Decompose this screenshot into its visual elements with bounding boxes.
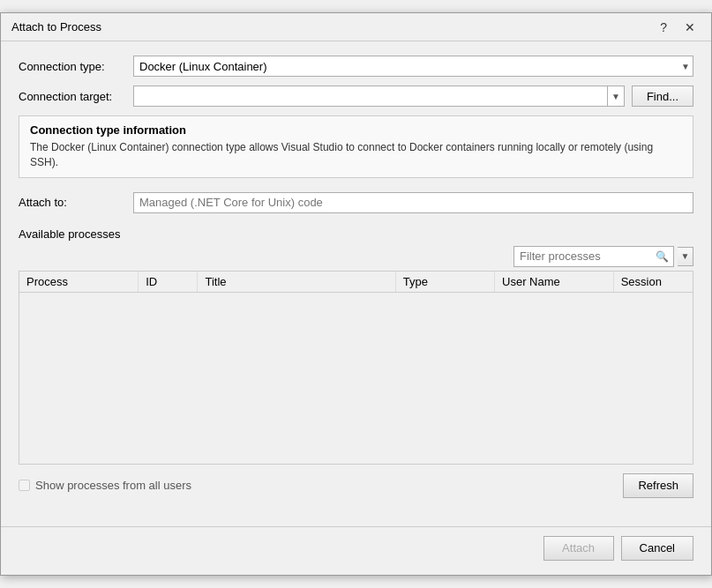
filter-row: 🔍 ▼ (19, 246, 693, 267)
title-bar-controls: ? ✕ (655, 19, 701, 35)
process-table: Process ID Title Type User Name Session (19, 272, 693, 293)
info-box-title: Connection type information (30, 123, 682, 137)
attach-to-process-dialog: Attach to Process ? ✕ Connection type: D… (0, 12, 712, 576)
cancel-button[interactable]: Cancel (621, 536, 693, 561)
filter-dropdown-button[interactable]: ▼ (678, 247, 693, 266)
connection-type-control: Docker (Linux Container) ▼ (133, 56, 693, 77)
dialog-title: Attach to Process (11, 20, 101, 33)
title-bar: Attach to Process ? ✕ (1, 13, 711, 41)
connection-target-input[interactable] (134, 86, 607, 106)
table-header-row: Process ID Title Type User Name Session (19, 272, 693, 293)
help-button[interactable]: ? (655, 19, 672, 35)
attach-button[interactable]: Attach (543, 536, 614, 561)
connection-type-select[interactable]: Docker (Linux Container) (133, 56, 693, 77)
info-box-text: The Docker (Linux Container) connection … (30, 140, 682, 170)
bottom-row: Show processes from all users Refresh (19, 473, 693, 498)
filter-input[interactable] (513, 246, 674, 267)
attach-to-input[interactable] (133, 192, 693, 213)
dialog-body: Connection type: Docker (Linux Container… (1, 41, 711, 526)
col-type[interactable]: Type (395, 272, 494, 293)
connection-target-label: Connection target: (19, 90, 133, 103)
show-all-users-text: Show processes from all users (35, 479, 191, 492)
close-button[interactable]: ✕ (679, 19, 701, 35)
available-processes-label: Available processes (19, 227, 693, 241)
col-id[interactable]: ID (139, 272, 198, 293)
connection-type-label: Connection type: (19, 60, 133, 73)
connection-target-control: ▼ Find... (133, 86, 693, 107)
attach-to-label: Attach to: (19, 196, 133, 209)
process-table-container[interactable]: Process ID Title Type User Name Session (19, 271, 693, 465)
col-title[interactable]: Title (198, 272, 395, 293)
attach-to-row: Attach to: (19, 192, 693, 213)
dialog-footer: Attach Cancel (1, 526, 711, 575)
find-button[interactable]: Find... (632, 86, 693, 107)
col-session[interactable]: Session (613, 272, 693, 293)
refresh-button[interactable]: Refresh (623, 473, 693, 498)
connection-target-dropdown-btn[interactable]: ▼ (607, 86, 624, 106)
col-process[interactable]: Process (19, 272, 139, 293)
filter-input-wrapper: 🔍 (513, 246, 674, 267)
show-all-users-checkbox[interactable] (19, 480, 30, 491)
connection-type-row: Connection type: Docker (Linux Container… (19, 56, 693, 77)
show-all-users-label[interactable]: Show processes from all users (19, 479, 191, 492)
col-username[interactable]: User Name (495, 272, 614, 293)
connection-target-input-wrapper: ▼ (133, 86, 625, 107)
connection-type-select-wrapper: Docker (Linux Container) ▼ (133, 56, 693, 77)
connection-target-row: Connection target: ▼ Find... (19, 86, 693, 107)
info-box: Connection type information The Docker (… (19, 115, 693, 178)
